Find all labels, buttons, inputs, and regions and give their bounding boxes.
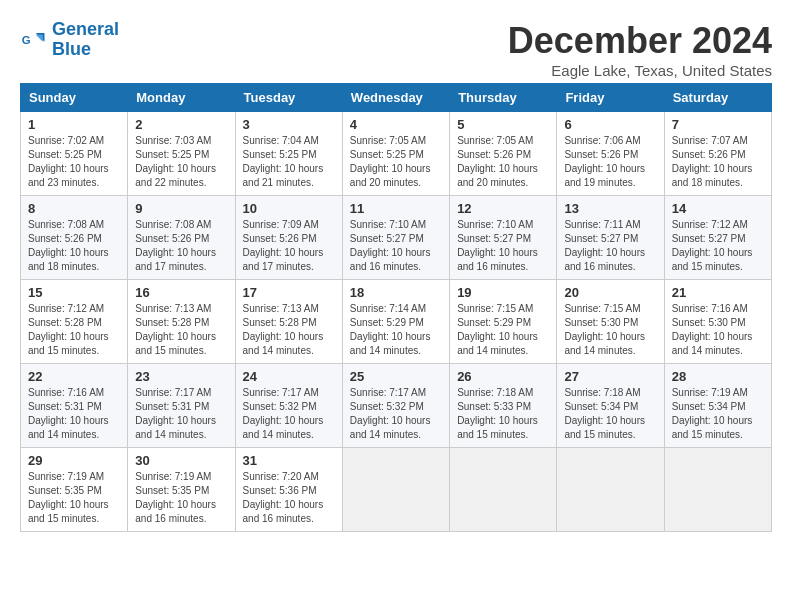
calendar-subtitle: Eagle Lake, Texas, United States xyxy=(508,62,772,79)
day-info: Sunrise: 7:08 AM Sunset: 5:26 PM Dayligh… xyxy=(28,218,120,274)
day-info: Sunrise: 7:19 AM Sunset: 5:35 PM Dayligh… xyxy=(28,470,120,526)
day-number: 20 xyxy=(564,285,656,300)
calendar-week-2: 8Sunrise: 7:08 AM Sunset: 5:26 PM Daylig… xyxy=(21,196,772,280)
day-info: Sunrise: 7:12 AM Sunset: 5:28 PM Dayligh… xyxy=(28,302,120,358)
day-number: 25 xyxy=(350,369,442,384)
day-info: Sunrise: 7:05 AM Sunset: 5:25 PM Dayligh… xyxy=(350,134,442,190)
calendar-header-sunday: Sunday xyxy=(21,84,128,112)
calendar-header-saturday: Saturday xyxy=(664,84,771,112)
day-number: 21 xyxy=(672,285,764,300)
day-number: 22 xyxy=(28,369,120,384)
logo-icon: G xyxy=(20,26,48,54)
calendar-cell: 21Sunrise: 7:16 AM Sunset: 5:30 PM Dayli… xyxy=(664,280,771,364)
day-info: Sunrise: 7:09 AM Sunset: 5:26 PM Dayligh… xyxy=(243,218,335,274)
calendar-cell: 8Sunrise: 7:08 AM Sunset: 5:26 PM Daylig… xyxy=(21,196,128,280)
day-info: Sunrise: 7:14 AM Sunset: 5:29 PM Dayligh… xyxy=(350,302,442,358)
day-number: 4 xyxy=(350,117,442,132)
day-number: 1 xyxy=(28,117,120,132)
day-number: 28 xyxy=(672,369,764,384)
calendar-cell: 25Sunrise: 7:17 AM Sunset: 5:32 PM Dayli… xyxy=(342,364,449,448)
calendar-cell: 1Sunrise: 7:02 AM Sunset: 5:25 PM Daylig… xyxy=(21,112,128,196)
day-number: 31 xyxy=(243,453,335,468)
calendar-table: SundayMondayTuesdayWednesdayThursdayFrid… xyxy=(20,83,772,532)
calendar-cell: 5Sunrise: 7:05 AM Sunset: 5:26 PM Daylig… xyxy=(450,112,557,196)
day-number: 24 xyxy=(243,369,335,384)
day-number: 16 xyxy=(135,285,227,300)
title-area: December 2024 Eagle Lake, Texas, United … xyxy=(508,20,772,79)
calendar-header-wednesday: Wednesday xyxy=(342,84,449,112)
day-info: Sunrise: 7:18 AM Sunset: 5:34 PM Dayligh… xyxy=(564,386,656,442)
calendar-week-3: 15Sunrise: 7:12 AM Sunset: 5:28 PM Dayli… xyxy=(21,280,772,364)
day-info: Sunrise: 7:18 AM Sunset: 5:33 PM Dayligh… xyxy=(457,386,549,442)
day-number: 27 xyxy=(564,369,656,384)
day-info: Sunrise: 7:20 AM Sunset: 5:36 PM Dayligh… xyxy=(243,470,335,526)
logo-general: General xyxy=(52,19,119,39)
calendar-cell: 10Sunrise: 7:09 AM Sunset: 5:26 PM Dayli… xyxy=(235,196,342,280)
calendar-cell: 23Sunrise: 7:17 AM Sunset: 5:31 PM Dayli… xyxy=(128,364,235,448)
day-info: Sunrise: 7:16 AM Sunset: 5:31 PM Dayligh… xyxy=(28,386,120,442)
day-info: Sunrise: 7:17 AM Sunset: 5:31 PM Dayligh… xyxy=(135,386,227,442)
calendar-cell: 14Sunrise: 7:12 AM Sunset: 5:27 PM Dayli… xyxy=(664,196,771,280)
calendar-cell: 26Sunrise: 7:18 AM Sunset: 5:33 PM Dayli… xyxy=(450,364,557,448)
day-number: 17 xyxy=(243,285,335,300)
calendar-cell: 16Sunrise: 7:13 AM Sunset: 5:28 PM Dayli… xyxy=(128,280,235,364)
day-info: Sunrise: 7:08 AM Sunset: 5:26 PM Dayligh… xyxy=(135,218,227,274)
calendar-week-4: 22Sunrise: 7:16 AM Sunset: 5:31 PM Dayli… xyxy=(21,364,772,448)
calendar-week-5: 29Sunrise: 7:19 AM Sunset: 5:35 PM Dayli… xyxy=(21,448,772,532)
day-number: 23 xyxy=(135,369,227,384)
day-number: 29 xyxy=(28,453,120,468)
day-number: 10 xyxy=(243,201,335,216)
day-info: Sunrise: 7:16 AM Sunset: 5:30 PM Dayligh… xyxy=(672,302,764,358)
day-info: Sunrise: 7:12 AM Sunset: 5:27 PM Dayligh… xyxy=(672,218,764,274)
day-info: Sunrise: 7:15 AM Sunset: 5:29 PM Dayligh… xyxy=(457,302,549,358)
svg-text:G: G xyxy=(22,33,31,45)
day-number: 26 xyxy=(457,369,549,384)
calendar-cell: 15Sunrise: 7:12 AM Sunset: 5:28 PM Dayli… xyxy=(21,280,128,364)
calendar-cell: 4Sunrise: 7:05 AM Sunset: 5:25 PM Daylig… xyxy=(342,112,449,196)
day-info: Sunrise: 7:03 AM Sunset: 5:25 PM Dayligh… xyxy=(135,134,227,190)
day-info: Sunrise: 7:06 AM Sunset: 5:26 PM Dayligh… xyxy=(564,134,656,190)
calendar-cell: 17Sunrise: 7:13 AM Sunset: 5:28 PM Dayli… xyxy=(235,280,342,364)
day-info: Sunrise: 7:19 AM Sunset: 5:35 PM Dayligh… xyxy=(135,470,227,526)
calendar-header-row: SundayMondayTuesdayWednesdayThursdayFrid… xyxy=(21,84,772,112)
calendar-cell xyxy=(664,448,771,532)
calendar-cell: 2Sunrise: 7:03 AM Sunset: 5:25 PM Daylig… xyxy=(128,112,235,196)
calendar-cell: 9Sunrise: 7:08 AM Sunset: 5:26 PM Daylig… xyxy=(128,196,235,280)
logo-blue: Blue xyxy=(52,39,91,59)
day-info: Sunrise: 7:13 AM Sunset: 5:28 PM Dayligh… xyxy=(135,302,227,358)
calendar-cell: 20Sunrise: 7:15 AM Sunset: 5:30 PM Dayli… xyxy=(557,280,664,364)
day-number: 8 xyxy=(28,201,120,216)
day-number: 30 xyxy=(135,453,227,468)
calendar-cell: 7Sunrise: 7:07 AM Sunset: 5:26 PM Daylig… xyxy=(664,112,771,196)
calendar-cell: 31Sunrise: 7:20 AM Sunset: 5:36 PM Dayli… xyxy=(235,448,342,532)
calendar-cell: 28Sunrise: 7:19 AM Sunset: 5:34 PM Dayli… xyxy=(664,364,771,448)
day-info: Sunrise: 7:05 AM Sunset: 5:26 PM Dayligh… xyxy=(457,134,549,190)
day-number: 15 xyxy=(28,285,120,300)
calendar-header-monday: Monday xyxy=(128,84,235,112)
calendar-cell: 6Sunrise: 7:06 AM Sunset: 5:26 PM Daylig… xyxy=(557,112,664,196)
calendar-cell: 18Sunrise: 7:14 AM Sunset: 5:29 PM Dayli… xyxy=(342,280,449,364)
calendar-cell: 3Sunrise: 7:04 AM Sunset: 5:25 PM Daylig… xyxy=(235,112,342,196)
day-number: 2 xyxy=(135,117,227,132)
calendar-cell: 19Sunrise: 7:15 AM Sunset: 5:29 PM Dayli… xyxy=(450,280,557,364)
day-info: Sunrise: 7:04 AM Sunset: 5:25 PM Dayligh… xyxy=(243,134,335,190)
calendar-cell xyxy=(557,448,664,532)
day-info: Sunrise: 7:02 AM Sunset: 5:25 PM Dayligh… xyxy=(28,134,120,190)
calendar-cell: 27Sunrise: 7:18 AM Sunset: 5:34 PM Dayli… xyxy=(557,364,664,448)
day-number: 11 xyxy=(350,201,442,216)
calendar-cell: 22Sunrise: 7:16 AM Sunset: 5:31 PM Dayli… xyxy=(21,364,128,448)
calendar-header-thursday: Thursday xyxy=(450,84,557,112)
calendar-cell: 29Sunrise: 7:19 AM Sunset: 5:35 PM Dayli… xyxy=(21,448,128,532)
day-info: Sunrise: 7:10 AM Sunset: 5:27 PM Dayligh… xyxy=(350,218,442,274)
day-number: 6 xyxy=(564,117,656,132)
day-info: Sunrise: 7:11 AM Sunset: 5:27 PM Dayligh… xyxy=(564,218,656,274)
calendar-week-1: 1Sunrise: 7:02 AM Sunset: 5:25 PM Daylig… xyxy=(21,112,772,196)
day-number: 3 xyxy=(243,117,335,132)
day-number: 19 xyxy=(457,285,549,300)
day-number: 7 xyxy=(672,117,764,132)
logo: G General Blue xyxy=(20,20,119,60)
calendar-cell: 24Sunrise: 7:17 AM Sunset: 5:32 PM Dayli… xyxy=(235,364,342,448)
calendar-cell: 12Sunrise: 7:10 AM Sunset: 5:27 PM Dayli… xyxy=(450,196,557,280)
day-info: Sunrise: 7:17 AM Sunset: 5:32 PM Dayligh… xyxy=(350,386,442,442)
calendar-header-tuesday: Tuesday xyxy=(235,84,342,112)
